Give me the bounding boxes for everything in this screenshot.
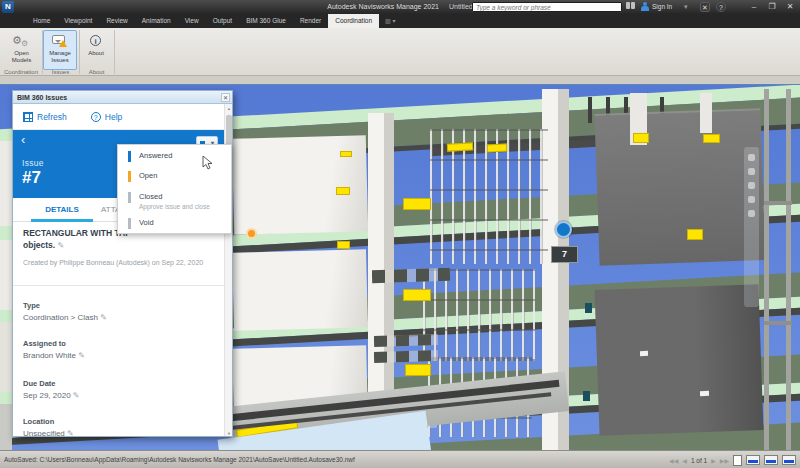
issue-bubble-icon: [44, 33, 76, 50]
issue-details: RECTANGULAR WITH TAP objects. ✎ Created …: [13, 222, 226, 437]
yellow-equipment: [403, 198, 431, 210]
issue-pin-label[interactable]: 7: [551, 246, 578, 263]
tab-viewpoint[interactable]: Viewpoint: [57, 14, 99, 28]
menu-item-answered[interactable]: Answered: [118, 149, 231, 165]
tab-animation[interactable]: Animation: [135, 14, 178, 28]
yellow-equipment: [633, 133, 649, 143]
help-button[interactable]: ? Help: [91, 112, 122, 122]
mullion: [786, 89, 791, 450]
tab-view[interactable]: View: [178, 14, 206, 28]
sign-in-button[interactable]: Sign In: [652, 2, 672, 12]
document-name: Untitled: [449, 3, 473, 10]
pencil-indicator-icon[interactable]: [746, 455, 760, 465]
floor-grille: [374, 334, 438, 347]
gears-icon: ⚙⚙: [4, 33, 39, 50]
interior-wall: [232, 249, 368, 330]
tab-home[interactable]: Home: [26, 14, 57, 28]
floor-grille: [374, 350, 438, 363]
wall-sliver: [0, 141, 12, 226]
back-icon[interactable]: ‹: [21, 133, 25, 146]
void-color-bar: [128, 218, 131, 229]
minimize-button[interactable]: –: [748, 2, 760, 12]
fixture: [700, 391, 709, 396]
yellow-equipment: [687, 229, 703, 240]
issue-pin-orange[interactable]: [246, 228, 257, 239]
disk-indicator-icon[interactable]: [764, 455, 778, 465]
tab-review[interactable]: Review: [99, 14, 134, 28]
edit-type-icon[interactable]: ✎: [100, 313, 107, 322]
tab-output[interactable]: Output: [206, 14, 240, 28]
scroll-down-icon[interactable]: ▼: [225, 429, 233, 437]
tab-coordination[interactable]: Coordination: [328, 14, 379, 28]
sheet-browser-icon[interactable]: [733, 455, 742, 466]
sign-in-caret-icon[interactable]: ▾: [684, 2, 688, 12]
fixture: [640, 351, 648, 356]
app-store-icon[interactable]: ✕: [700, 2, 710, 12]
cursor-pointer: [202, 156, 214, 170]
edit-duedate-icon[interactable]: ✎: [73, 391, 80, 400]
field-type-value[interactable]: Coordination > Clash ✎: [23, 313, 107, 322]
issue-label: Issue: [22, 158, 44, 168]
panel-close-icon[interactable]: ✕: [221, 93, 230, 102]
ribbon-options-icon[interactable]: ▥ ▾: [379, 14, 401, 28]
field-duedate-value[interactable]: Sep 29, 2020 ✎: [23, 391, 80, 400]
manage-issues-button[interactable]: Manage Issues: [43, 30, 77, 70]
search-input[interactable]: [472, 2, 622, 12]
help-icon[interactable]: ?: [716, 2, 726, 12]
slab-sliver: [0, 226, 12, 240]
edit-location-icon[interactable]: ✎: [67, 429, 74, 437]
close-button[interactable]: ✕: [784, 2, 796, 12]
next-sheet-icon[interactable]: ▶: [711, 457, 716, 464]
refresh-icon: [23, 112, 33, 122]
field-assigned-value[interactable]: Brandon White ✎: [23, 351, 85, 360]
search-binoculars-icon[interactable]: [626, 2, 636, 12]
open-color-bar: [128, 171, 131, 182]
group-coordination: Coordination: [0, 68, 42, 76]
edit-summary-icon[interactable]: ✎: [58, 241, 65, 250]
first-sheet-icon[interactable]: ◀◀: [669, 457, 678, 464]
field-type-label: Type: [23, 301, 40, 310]
tab-render[interactable]: Render: [293, 14, 328, 28]
yellow-equipment: [340, 151, 352, 157]
floor-grille: [372, 268, 450, 284]
user-icon[interactable]: [641, 2, 649, 12]
open-models-button[interactable]: ⚙⚙ Open Models: [3, 30, 40, 70]
memory-indicator-icon[interactable]: [782, 455, 796, 465]
dark-wall-panel: [594, 108, 765, 266]
sheet-page-indicator: 1 of 1: [691, 457, 707, 464]
status-bar: AutoSaved: C:\Users\Bonneau\AppData\Roam…: [0, 450, 800, 468]
title-bar: N Autodesk Navisworks Manage 2021Untitle…: [0, 0, 800, 14]
field-location-value[interactable]: Unspecified ✎: [23, 429, 74, 437]
column: [700, 93, 712, 133]
issue-pin-blue[interactable]: [555, 221, 572, 238]
panel-toolbar: Refresh ? Help: [13, 104, 232, 130]
ribbon-underline: [0, 76, 800, 84]
refresh-button[interactable]: Refresh: [23, 112, 67, 122]
menu-item-closed[interactable]: Closed Approve issue and close: [118, 190, 231, 214]
menu-item-void[interactable]: Void: [118, 216, 231, 232]
navigation-bar[interactable]: [744, 147, 759, 307]
yellow-duct: [447, 142, 473, 151]
last-sheet-icon[interactable]: ▶▶: [720, 457, 729, 464]
tab-bim360glue[interactable]: BIM 360 Glue: [239, 14, 293, 28]
app-title: Autodesk Navisworks Manage 2021: [327, 3, 439, 10]
about-button[interactable]: i About: [80, 30, 112, 70]
panel-title[interactable]: BIM 360 Issues: [13, 91, 232, 104]
restore-button[interactable]: ❐: [766, 2, 778, 12]
prev-sheet-icon[interactable]: ◀: [682, 457, 687, 464]
wall-sliver: [0, 322, 12, 392]
tab-details[interactable]: DETAILS: [31, 198, 93, 222]
yellow-duct: [487, 143, 507, 152]
field-duedate-label: Due Date: [23, 379, 56, 388]
mullion: [764, 89, 769, 450]
bim360-issues-panel: BIM 360 Issues ✕ Refresh ? Help ‹ Issue …: [12, 90, 233, 437]
wall-sliver: [0, 404, 12, 450]
menu-item-open[interactable]: Open: [118, 169, 231, 185]
field-location-label: Location: [23, 417, 54, 426]
ribbon-tab-bar: Home Viewpoint Review Animation View Out…: [0, 14, 800, 28]
group-about: About: [79, 68, 114, 76]
edit-assigned-icon[interactable]: ✎: [78, 351, 85, 360]
divider: [13, 285, 226, 286]
question-icon: ?: [91, 112, 101, 122]
scroll-up-icon[interactable]: ▲: [225, 104, 233, 113]
